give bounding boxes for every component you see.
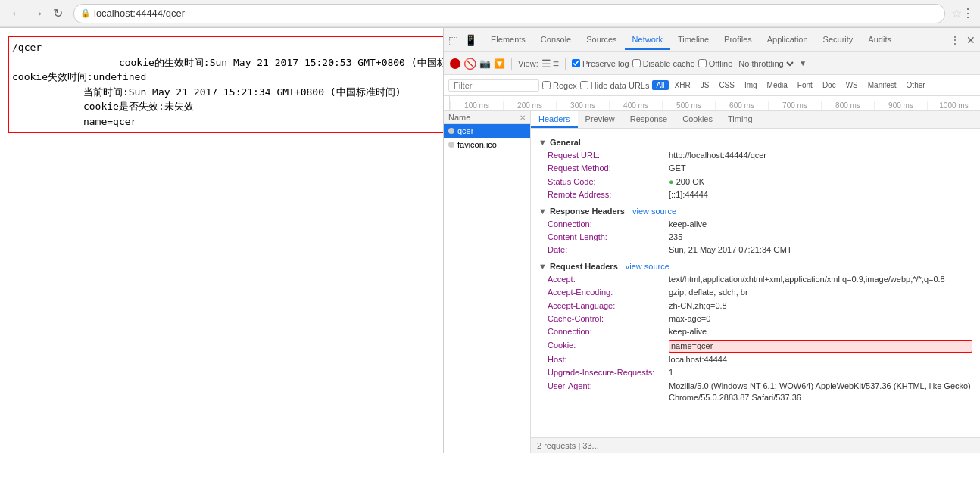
resp-connection: Connection: keep-alive (538, 218, 972, 231)
req-host: Host: localhost:44444 (538, 353, 972, 366)
panel-tab-cookies[interactable]: Cookies (675, 111, 720, 128)
header-value: 235 (669, 232, 972, 243)
tab-security[interactable]: Security (816, 30, 861, 50)
filter-type-ws[interactable]: WS (842, 80, 862, 90)
devtools-inspect-button[interactable]: ⬚ (447, 33, 460, 48)
back-button[interactable]: ← (6, 5, 27, 22)
throttle-arrow-icon: ▼ (799, 59, 807, 67)
tab-network[interactable]: Network (625, 30, 670, 50)
devtools-more-button[interactable]: ⋮ (948, 33, 962, 48)
group-view-button[interactable]: ≡ (553, 58, 559, 70)
tab-timeline[interactable]: Timeline (670, 30, 716, 50)
filter-type-manifest[interactable]: Manifest (864, 80, 900, 90)
address-text: localhost:44444/qcer (94, 8, 938, 19)
output-line-1: /qcer———— (12, 40, 443, 55)
filter-type-doc[interactable]: Doc (819, 80, 840, 90)
bookmark-button[interactable]: ☆ (951, 6, 962, 20)
browser-chrome: ← → ↻ 🔒 localhost:44444/qcer ☆ ⋮ (0, 0, 980, 28)
header-value: keep-alive (669, 326, 972, 337)
header-key: Date: (548, 244, 669, 256)
lock-icon: 🔒 (80, 8, 91, 18)
header-key: Upgrade-Insecure-Requests: (548, 367, 669, 378)
clear-button[interactable]: 🚫 (463, 58, 476, 70)
filter-types: All XHR JS CSS Img Media Font Doc WS Man… (652, 80, 929, 90)
general-arrow-icon: ▼ (538, 138, 547, 147)
tab-profiles[interactable]: Profiles (716, 30, 760, 50)
browser-menu-button[interactable]: ⋮ (962, 6, 974, 20)
offline-checkbox-label[interactable]: Offline (698, 59, 733, 68)
list-view-button[interactable]: ☰ (541, 58, 551, 70)
header-value: http://localhost:44444/qcer (669, 150, 972, 161)
response-arrow-icon: ▼ (538, 207, 547, 216)
preserve-log-checkbox[interactable] (572, 59, 580, 67)
output-line-3: cookie失效时间:undefined (12, 70, 443, 85)
filter-type-js[interactable]: JS (697, 80, 713, 90)
request-name-qcer: qcer (457, 126, 473, 135)
header-value: text/html,application/xhtml+xml,applicat… (669, 274, 972, 285)
filter-type-all[interactable]: All (652, 80, 668, 90)
filter-button[interactable]: 🔽 (494, 58, 505, 69)
view-label: View: (518, 59, 538, 68)
ruler-mark-300: 300 ms (556, 101, 609, 110)
reload-button[interactable]: ↻ (48, 5, 67, 22)
request-item-favicon[interactable]: favicon.ico (444, 138, 530, 151)
header-value: zh-CN,zh;q=0.8 (669, 300, 972, 312)
request-indicator-qcer (448, 128, 454, 134)
devtools-close-button[interactable]: ✕ (965, 33, 977, 48)
disable-cache-checkbox[interactable] (632, 59, 641, 67)
tab-sources[interactable]: Sources (579, 30, 624, 50)
devtools-icons: ⬚ 📱 (447, 33, 479, 48)
panel-tab-response[interactable]: Response (623, 111, 676, 128)
timeline-ruler: 100 ms 200 ms 300 ms 400 ms 500 ms 600 m… (444, 96, 980, 111)
close-panel-button[interactable]: ✕ (520, 114, 526, 122)
tab-audits[interactable]: Audits (860, 30, 899, 50)
panel-tab-preview[interactable]: Preview (578, 111, 623, 128)
filter-type-other[interactable]: Other (903, 80, 929, 90)
req-accept-encoding: Accept-Encoding: gzip, deflate, sdch, br (538, 286, 972, 299)
request-item-qcer[interactable]: qcer (444, 124, 530, 138)
filter-bar: Regex Hide data URLs All XHR JS CSS Img … (444, 75, 980, 96)
filter-type-img[interactable]: Img (741, 80, 761, 90)
header-status-code: Status Code: ● 200 OK (538, 176, 972, 188)
camera-button[interactable]: 📷 (479, 58, 491, 69)
devtools-device-button[interactable]: 📱 (463, 33, 479, 48)
filter-type-media[interactable]: Media (763, 80, 791, 90)
filter-type-css[interactable]: CSS (715, 80, 738, 90)
header-value: gzip, deflate, sdch, br (669, 287, 972, 298)
header-key: Request URL: (548, 150, 669, 161)
forward-button[interactable]: → (27, 5, 48, 22)
filter-type-xhr[interactable]: XHR (671, 80, 694, 90)
record-button[interactable] (450, 58, 460, 69)
hide-data-checkbox[interactable] (580, 81, 588, 89)
regex-checkbox[interactable] (542, 81, 551, 89)
hide-data-checkbox-label[interactable]: Hide data URLs (580, 81, 650, 90)
response-view-source-link[interactable]: view source (632, 207, 676, 216)
filter-input[interactable] (448, 79, 539, 92)
panel-tab-headers[interactable]: Headers (531, 111, 578, 128)
header-key: Remote Address: (548, 189, 669, 201)
tab-elements[interactable]: Elements (483, 30, 533, 50)
req-accept: Accept: text/html,application/xhtml+xml,… (538, 273, 972, 286)
throttle-select[interactable]: No throttling (735, 58, 796, 69)
request-view-source-link[interactable]: view source (626, 262, 669, 271)
ruler-mark-800: 800 ms (821, 101, 874, 110)
ruler-mark-1000: 1000 ms (927, 101, 980, 110)
disable-cache-checkbox-label[interactable]: Disable cache (632, 59, 695, 68)
offline-checkbox[interactable] (698, 59, 707, 67)
main-content: /qcer———— cookie的生效时间:Sun May 21 2017 15… (0, 28, 980, 453)
regex-checkbox-label[interactable]: Regex (542, 81, 577, 90)
response-section-title: ▼ Response Headers view source (538, 207, 972, 216)
filter-type-font[interactable]: Font (794, 80, 816, 90)
tab-console[interactable]: Console (533, 30, 579, 50)
preserve-log-checkbox-label[interactable]: Preserve log (572, 59, 629, 68)
tab-application[interactable]: Application (760, 30, 816, 50)
panel-tab-timing[interactable]: Timing (720, 111, 760, 128)
header-value: max-age=0 (669, 313, 972, 325)
devtools-panel: ⬚ 📱 Elements Console Sources Network Tim… (443, 28, 980, 453)
header-key: Cache-Control: (548, 313, 669, 325)
header-value: Mozilla/5.0 (Windows NT 6.1; WOW64) Appl… (669, 381, 972, 404)
header-request-url: Request URL: http://localhost:44444/qcer (538, 149, 972, 162)
detail-panel: Headers Preview Response Cookies Timing … (531, 111, 980, 453)
header-value: keep-alive (669, 219, 972, 230)
header-value: GET (669, 163, 972, 174)
